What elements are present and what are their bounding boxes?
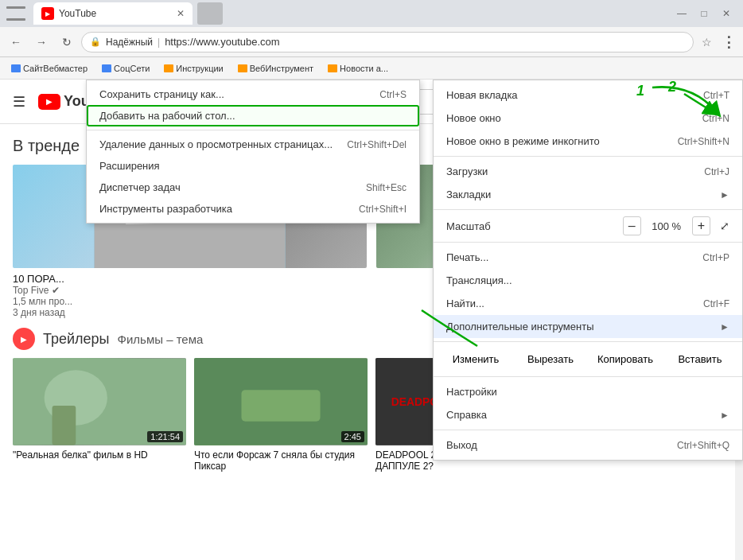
chrome-menu-button[interactable]: ⋮ (719, 33, 738, 52)
cm-help-label: Справка (446, 409, 487, 421)
security-icon: 🔒 (90, 37, 101, 47)
cm-print[interactable]: Печать... Ctrl+P (434, 246, 742, 269)
bookmark-item-4[interactable]: Новости а... (321, 62, 395, 75)
bookmark-folder-icon-4 (328, 64, 337, 72)
cm-cast[interactable]: Трансляция... (434, 269, 742, 292)
tab-favicon (41, 7, 54, 20)
cm-new-tab[interactable]: Новая вкладка Ctrl+T (434, 84, 742, 107)
ctx-task-shortcut: Shift+Esc (366, 182, 407, 193)
protocol-label: Надёжный (106, 37, 153, 48)
ctx-devtools-label: Инструменты разработчика (99, 203, 232, 215)
bookmark-folder-icon-1 (102, 64, 111, 72)
cm-exit-shortcut: Ctrl+Shift+Q (677, 440, 729, 451)
trailer-card-2[interactable]: 2:45 Что если Форсаж 7 сняла бы студия П… (194, 358, 368, 472)
cm-find[interactable]: Найти... Ctrl+F (434, 292, 742, 315)
zoom-percentage: 100 % (651, 220, 683, 232)
address-bar[interactable]: 🔒 Надёжный | https://www.youtube.com (81, 32, 694, 52)
video1-views: 1,5 млн про... (13, 296, 367, 307)
cm-incognito-shortcut: Ctrl+Shift+N (678, 136, 729, 147)
cm-downloads-label: Загрузки (446, 165, 488, 177)
bookmark-item-0[interactable]: СайтВебмастер (5, 62, 94, 75)
ctx-save-shortcut: Ctrl+S (379, 89, 407, 100)
trailers-title: Трейлеры (43, 331, 110, 348)
url-text: https://www.youtube.com (165, 36, 280, 48)
active-tab[interactable]: YouTube ✕ (33, 2, 193, 25)
cm-more-tools[interactable]: Дополнительные инструменты ► (434, 315, 742, 338)
cm-new-window[interactable]: Новое окно Ctrl+N (434, 107, 742, 130)
cm-edit-button[interactable]: Изменить (440, 348, 512, 370)
cm-exit[interactable]: Выход Ctrl+Shift+Q (434, 434, 742, 457)
trailer2-duration: 2:45 (341, 431, 364, 442)
cm-new-window-label: Новое окно (446, 112, 501, 124)
maximize-button[interactable]: □ (694, 6, 714, 21)
hamburger-menu-button[interactable]: ☰ (13, 93, 25, 111)
navigation-bar: ← → ↻ 🔒 Надёжный | https://www.youtube.c… (0, 27, 743, 57)
ctx-extensions[interactable]: Расширения (87, 155, 419, 177)
zoom-expand-button[interactable]: ⤢ (720, 220, 729, 232)
svg-rect-1 (95, 220, 286, 268)
zoom-plus-button[interactable]: + (692, 216, 710, 235)
cm-incognito[interactable]: Новое окно в режиме инкогнито Ctrl+Shift… (434, 130, 742, 153)
window-controls: ― □ ✕ (671, 6, 737, 21)
cm-print-label: Печать... (446, 251, 488, 263)
bookmark-folder-icon-0 (11, 64, 21, 72)
cm-cast-label: Трансляция... (446, 274, 512, 286)
bookmark-folder-icon-3 (238, 64, 247, 72)
bookmark-item-1[interactable]: СоцСети (95, 62, 156, 75)
cm-bookmarks[interactable]: Закладки ► (434, 183, 742, 206)
ctx-clear-history-label: Удаление данных о просмотренных страница… (99, 138, 333, 150)
bookmark-item-3[interactable]: ВебИнструмент (231, 62, 320, 75)
tab-title: YouTube (59, 8, 96, 19)
ctx-devtools[interactable]: Инструменты разработчика Ctrl+Shift+I (87, 198, 419, 220)
edit-row: Изменить Вырезать Копировать Вставить (434, 345, 742, 373)
ctx-add-desktop[interactable]: Добавить на рабочий стол... (87, 105, 419, 126)
ctx-clear-history[interactable]: Удаление данных о просмотренных страница… (87, 134, 419, 155)
ctx-clear-shortcut: Ctrl+Shift+Del (347, 139, 407, 150)
refresh-button[interactable]: ↻ (56, 31, 78, 53)
video1-title: 10 ПОРА... (13, 273, 367, 285)
close-button[interactable]: ✕ (716, 6, 737, 21)
trailers-subtitle: Фильмы – тема (118, 332, 204, 346)
trailer2-thumbnail: 2:45 (194, 358, 368, 445)
video1-ago: 3 дня назад (13, 307, 367, 318)
cm-copy-button[interactable]: Копировать (589, 348, 661, 370)
ctx-save-page[interactable]: Сохранить страницу как... Ctrl+S (87, 84, 419, 105)
cm-paste-button[interactable]: Вставить (664, 348, 736, 370)
trailer1-title: "Реальная белка" фильм в HD (13, 449, 186, 461)
chrome-menu: Новая вкладка Ctrl+T Новое окно Ctrl+N Н… (433, 80, 743, 461)
cm-new-tab-shortcut: Ctrl+T (703, 90, 729, 101)
minimize-button[interactable]: ― (671, 6, 692, 21)
youtube-logo-icon (38, 94, 60, 110)
cm-find-label: Найти... (446, 298, 484, 309)
cm-cut-button[interactable]: Вырезать (515, 348, 586, 370)
zoom-label: Масштаб (446, 220, 491, 232)
back-button[interactable]: ← (5, 31, 27, 53)
bookmark-item-2[interactable]: Инструкции (158, 62, 229, 75)
bookmark-label-4: Новости а... (340, 64, 388, 73)
cm-divider-1 (434, 156, 742, 157)
forward-button[interactable]: → (30, 31, 53, 53)
cm-more-tools-arrow: ► (720, 321, 729, 332)
ctx-save-page-label: Сохранить страницу как... (99, 88, 224, 100)
ctx-task-manager-label: Диспетчер задач (99, 181, 181, 193)
cm-help[interactable]: Справка ► (434, 403, 742, 426)
cm-settings[interactable]: Настройки (434, 380, 742, 403)
zoom-minus-button[interactable]: – (623, 216, 641, 235)
system-icon (6, 6, 25, 21)
cm-bookmarks-label: Закладки (446, 189, 491, 200)
zoom-controls: – 100 % + ⤢ (623, 216, 729, 235)
cm-divider-6 (434, 430, 742, 430)
browser-window: YouTube ✕ ― □ ✕ ← → ↻ 🔒 Надёжный | https… (0, 0, 743, 560)
trailers-channel-icon (13, 328, 35, 350)
cm-downloads[interactable]: Загрузки Ctrl+J (434, 160, 742, 183)
cm-new-tab-label: Новая вкладка (446, 89, 518, 101)
bookmark-label-2: Инструкции (176, 64, 223, 73)
tab-close-button[interactable]: ✕ (177, 8, 185, 19)
page-content: ☰ YouTubeBY Введите запрос В тренде (0, 80, 743, 560)
bookmark-label-3: ВебИнструмент (250, 64, 313, 73)
trailer-card-1[interactable]: 1:21:54 "Реальная белка" фильм в HD (13, 358, 186, 472)
ctx-task-manager[interactable]: Диспетчер задач Shift+Esc (87, 177, 419, 198)
cm-help-arrow: ► (720, 410, 729, 421)
bookmark-star-button[interactable]: ☆ (697, 33, 716, 52)
cm-divider-5 (434, 376, 742, 377)
